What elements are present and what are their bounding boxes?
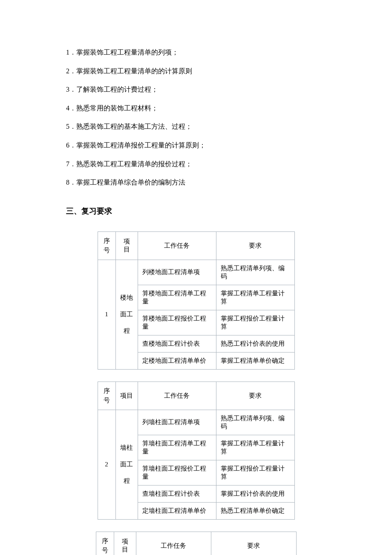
header-task: 工作任务: [138, 231, 216, 260]
cell-req: 熟悉工程计价表的使用: [216, 335, 294, 352]
table-header-row: 序号 项 目 工作任务 要求: [96, 532, 296, 555]
cell-proj: 楼地面工程: [115, 260, 138, 369]
header-seq: 序号: [96, 532, 114, 555]
header-task: 工作任务: [136, 532, 211, 555]
cell-seq: 2: [98, 410, 115, 519]
tables-container: 序号 项 目 工作任务 要求 1 楼地面工程 列楼地面工程清单项 熟悉工程清单列…: [66, 231, 326, 555]
cell-task: 算墙柱面工程报价工程量: [138, 460, 216, 485]
table-header-row: 序号 项目 工作任务 要求: [98, 382, 294, 410]
review-table-1: 序号 项 目 工作任务 要求 1 楼地面工程 列楼地面工程清单项 熟悉工程清单列…: [98, 231, 295, 370]
header-req: 要求: [216, 231, 294, 260]
cell-task: 算楼地面工程报价工程量: [138, 310, 216, 335]
cell-proj: 墙柱面工程: [115, 410, 138, 519]
header-req: 要求: [211, 532, 296, 555]
cell-seq: 1: [98, 260, 115, 369]
list-item: 5．熟悉装饰工程的基本施工方法、过程；: [66, 121, 326, 132]
cell-task: 定楼地面工程清单单价: [138, 352, 216, 369]
table-header-row: 序号 项 目 工作任务 要求: [98, 231, 294, 260]
review-table-3: 序号 项 目 工作任务 要求 3 天棚工程 列天棚工程清单项 熟悉天棚工程清单列…: [96, 532, 297, 555]
cell-req: 熟悉工程清单列项、编码: [216, 410, 294, 435]
section-heading: 三、复习要求: [66, 206, 326, 216]
cell-req: 掌握工程报价工程量计算: [216, 310, 294, 335]
cell-task: 算墙柱面工程清单工程量: [138, 435, 216, 460]
list-item: 6．掌握装饰工程清单报价工程量的计算原则；: [66, 140, 326, 151]
cell-task: 查楼地面工程计价表: [138, 335, 216, 352]
header-req: 要求: [216, 382, 294, 410]
cell-task: 算楼地面工程清单工程量: [138, 285, 216, 310]
cell-req: 熟悉工程清单列项、编码: [216, 260, 294, 285]
list-item: 8．掌握工程量清单综合单价的编制方法: [66, 177, 326, 188]
cell-task: 列楼地面工程清单项: [138, 260, 216, 285]
header-task: 工作任务: [138, 382, 216, 410]
cell-req: 熟悉工程清单单价确定: [216, 502, 294, 519]
cell-req: 掌握工程计价表的使用: [216, 485, 294, 502]
header-proj: 项 目: [114, 532, 136, 555]
cell-req: 掌握工程清单工程量计算: [216, 285, 294, 310]
header-proj: 项目: [115, 382, 138, 410]
list-item: 3．了解装饰工程的计费过程；: [66, 84, 326, 95]
cell-req: 掌握工程报价工程量计算: [216, 460, 294, 485]
cell-task: 定墙柱面工程清单单价: [138, 502, 216, 519]
list-item: 1．掌握装饰工程工程量清单的列项；: [66, 47, 326, 58]
cell-task: 查墙柱面工程计价表: [138, 485, 216, 502]
list-item: 7．熟悉装饰工程工程量清单的报价过程；: [66, 159, 326, 170]
list-item: 4．熟悉常用的装饰工程材料；: [66, 103, 326, 114]
header-seq: 序号: [98, 382, 115, 410]
review-table-2: 序号 项目 工作任务 要求 2 墙柱面工程 列墙柱面工程清单项 熟悉工程清单列项…: [98, 382, 295, 520]
cell-task: 列墙柱面工程清单项: [138, 410, 216, 435]
table-row: 1 楼地面工程 列楼地面工程清单项 熟悉工程清单列项、编码: [98, 260, 294, 285]
header-proj: 项 目: [115, 231, 138, 260]
cell-req: 掌握工程清单工程量计算: [216, 435, 294, 460]
header-seq: 序号: [98, 231, 115, 260]
table-row: 2 墙柱面工程 列墙柱面工程清单项 熟悉工程清单列项、编码: [98, 410, 294, 435]
cell-req: 掌握工程清单单价确定: [216, 352, 294, 369]
numbered-list: 1．掌握装饰工程工程量清单的列项； 2．掌握装饰工程工程量清单的的计算原则 3．…: [66, 47, 326, 188]
list-item: 2．掌握装饰工程工程量清单的的计算原则: [66, 66, 326, 77]
